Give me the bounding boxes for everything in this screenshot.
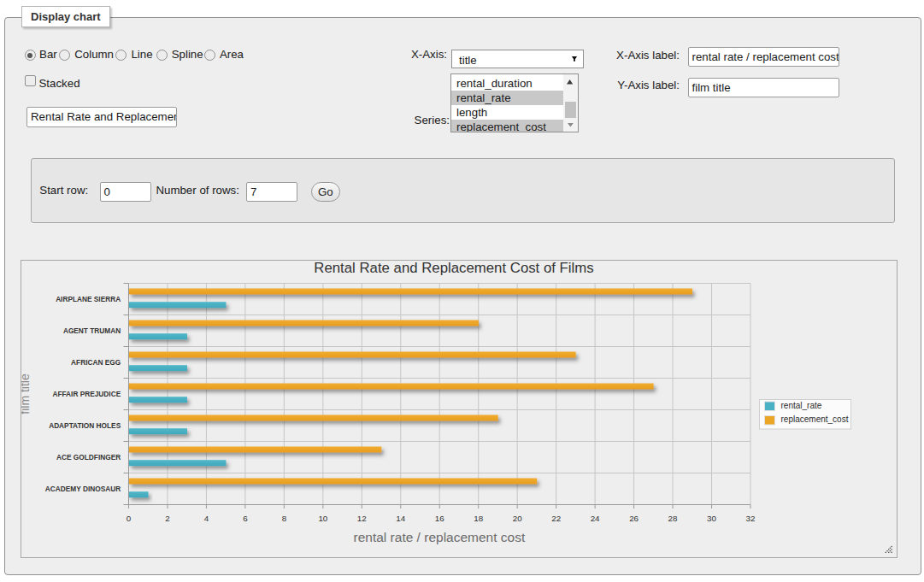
svg-text:20: 20 (513, 514, 522, 523)
svg-text:10: 10 (318, 514, 327, 523)
svg-text:2: 2 (165, 514, 169, 523)
svg-text:4: 4 (204, 514, 209, 523)
svg-text:ACADEMY DINOSAUR: ACADEMY DINOSAUR (45, 485, 121, 493)
svg-text:AGENT TRUMAN: AGENT TRUMAN (63, 326, 121, 335)
svg-text:30: 30 (707, 514, 716, 523)
svg-text:14: 14 (396, 514, 405, 523)
svg-text:ADAPTATION HOLES: ADAPTATION HOLES (49, 421, 121, 430)
svg-text:AFRICAN EGG: AFRICAN EGG (71, 358, 121, 367)
svg-text:16: 16 (435, 514, 444, 523)
svg-text:8: 8 (282, 514, 287, 523)
svg-text:rental rate / replacement cost: rental rate / replacement cost (354, 530, 526, 544)
svg-text:Rental Rate and Replacement Co: Rental Rate and Replacement Cost of Film… (314, 261, 593, 276)
svg-text:rental_rate: rental_rate (781, 401, 822, 410)
svg-text:22: 22 (551, 514, 561, 523)
svg-text:6: 6 (243, 514, 248, 523)
svg-text:26: 26 (629, 514, 639, 523)
svg-text:AFFAIR PREJUDICE: AFFAIR PREJUDICE (52, 390, 121, 398)
svg-text:ACE GOLDFINGER: ACE GOLDFINGER (56, 453, 121, 461)
svg-text:32: 32 (746, 514, 756, 523)
svg-text:12: 12 (357, 514, 367, 523)
svg-text:24: 24 (591, 514, 600, 523)
svg-text:0: 0 (127, 514, 132, 523)
svg-text:28: 28 (668, 514, 678, 523)
svg-text:AIRPLANE SIERRA: AIRPLANE SIERRA (56, 295, 121, 303)
svg-text:18: 18 (474, 514, 483, 523)
svg-text:replacement_cost: replacement_cost (781, 414, 849, 424)
svg-text:film title: film title (21, 373, 32, 414)
